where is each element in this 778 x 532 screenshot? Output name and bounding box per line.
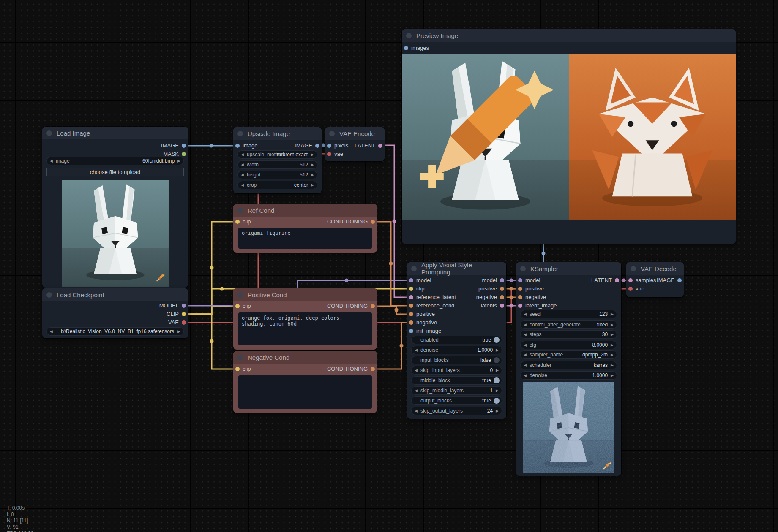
output-slot-latent[interactable] — [378, 144, 382, 148]
node-vae-encode[interactable]: VAE Encode pixels LATENT vae — [325, 127, 385, 161]
node-load-image[interactable]: Load Image IMAGE MASK ◀ image 60fcmddt.b… — [42, 127, 188, 288]
output-slot-image[interactable] — [677, 278, 682, 282]
input-slot-negative[interactable] — [518, 295, 522, 299]
stepper-left-arrow-icon[interactable]: ◀ — [415, 388, 418, 393]
stepper-left-arrow-icon[interactable]: ◀ — [415, 409, 418, 413]
middle-block-toggle-widget[interactable]: middle_block true — [411, 376, 502, 385]
combo-left-arrow-icon[interactable]: ◀ — [50, 329, 53, 334]
node-titlebar[interactable]: VAE Encode — [325, 127, 385, 140]
seed-widget[interactable]: ◀ seed 123 ▶ — [520, 310, 617, 318]
control-after-generate-widget[interactable]: ◀ control_after_generate fixed ▶ — [520, 320, 617, 329]
node-apply-visual-style[interactable]: Apply Visual Style Prompting model model… — [407, 262, 506, 419]
output-slot-image[interactable] — [315, 144, 319, 148]
stepper-right-arrow-icon[interactable]: ▶ — [311, 163, 314, 167]
upscale-method-widget[interactable]: ◀ upscale_method nearest-exact ▶ — [237, 150, 317, 159]
input-slot-reference-latent[interactable] — [409, 295, 413, 299]
node-titlebar[interactable]: VAE Decode — [626, 262, 684, 275]
node-status-dot[interactable] — [520, 266, 526, 271]
image-combo-widget[interactable]: ◀ image 60fcmddt.bmp ▶ — [46, 157, 184, 165]
node-titlebar[interactable]: Apply Visual Style Prompting — [407, 262, 506, 275]
toggle-knob-icon[interactable] — [494, 398, 500, 404]
edit-pencil-icon[interactable] — [402, 54, 563, 214]
stepper-right-arrow-icon[interactable]: ▶ — [496, 388, 499, 393]
width-widget[interactable]: ◀ width 512 ▶ — [237, 160, 317, 169]
input-slot-latent-image[interactable] — [518, 304, 522, 308]
input-slot-vae[interactable] — [628, 287, 633, 291]
choose-file-button[interactable]: choose file to upload — [46, 168, 184, 176]
input-slot-positive[interactable] — [409, 312, 413, 316]
output-slot-negative[interactable] — [500, 295, 504, 299]
input-slot-clip[interactable] — [409, 287, 413, 291]
stepper-left-arrow-icon[interactable]: ◀ — [524, 373, 527, 377]
node-preview-image[interactable]: Preview Image images — [402, 29, 736, 244]
input-slot-clip[interactable] — [235, 220, 240, 224]
skip-output-layers-widget[interactable]: ◀ skip_output_layers 24 ▶ — [411, 407, 502, 415]
stepper-right-arrow-icon[interactable]: ▶ — [611, 373, 614, 377]
input-slot-images[interactable] — [404, 46, 408, 50]
height-widget[interactable]: ◀ height 512 ▶ — [237, 171, 317, 179]
node-status-dot[interactable] — [237, 355, 243, 360]
output-slot-conditioning[interactable] — [371, 367, 375, 371]
stepper-right-arrow-icon[interactable]: ▶ — [496, 409, 499, 413]
stepper-right-arrow-icon[interactable]: ▶ — [311, 173, 314, 177]
skip-middle-layers-widget[interactable]: ◀ skip_middle_layers 1 ▶ — [411, 386, 502, 395]
denoise-widget[interactable]: ◀ denoise 1.0000 ▶ — [411, 346, 502, 354]
edit-pencil-icon[interactable] — [155, 272, 166, 283]
node-titlebar[interactable]: Negative Cond — [233, 351, 377, 364]
steps-widget[interactable]: ◀ steps 30 ▶ — [520, 330, 617, 339]
cfg-widget[interactable]: ◀ cfg 8.0000 ▶ — [520, 341, 617, 349]
node-status-dot[interactable] — [237, 208, 243, 213]
node-status-dot[interactable] — [406, 33, 412, 38]
stepper-left-arrow-icon[interactable]: ◀ — [241, 163, 244, 167]
ckpt-name-combo-widget[interactable]: ◀ ix\Realistic_Vision_V6.0_NV_B1_fp16.sa… — [46, 327, 184, 336]
output-slot-conditioning[interactable] — [371, 304, 375, 308]
output-blocks-toggle-widget[interactable]: output_blocks true — [411, 396, 502, 405]
toggle-knob-icon[interactable] — [494, 337, 500, 343]
input-slot-reference-cond[interactable] — [409, 304, 413, 308]
node-upscale-image[interactable]: Upscale Image image IMAGE ◀ upscale_meth… — [233, 127, 322, 193]
node-load-checkpoint[interactable]: Load Checkpoint MODEL CLIP VAE ◀ ix\Real… — [42, 288, 188, 338]
enabled-toggle-widget[interactable]: enabled true — [411, 336, 502, 344]
node-status-dot[interactable] — [237, 292, 243, 298]
input-slot-negative[interactable] — [409, 320, 413, 325]
scheduler-widget[interactable]: ◀ scheduler karras ▶ — [520, 361, 617, 369]
crop-widget[interactable]: ◀ crop center ▶ — [237, 181, 317, 189]
input-slot-samples[interactable] — [628, 278, 633, 282]
node-status-dot[interactable] — [411, 266, 417, 271]
output-slot-positive[interactable] — [500, 287, 504, 291]
prompt-textarea[interactable]: orange fox, origami, deep colors, shadin… — [238, 312, 372, 345]
node-status-dot[interactable] — [46, 130, 52, 136]
output-slot-conditioning[interactable] — [371, 220, 375, 224]
stepper-right-arrow-icon[interactable]: ▶ — [496, 368, 499, 372]
input-slot-pixels[interactable] — [327, 144, 331, 148]
skip-input-layers-widget[interactable]: ◀ skip_input_layers 0 ▶ — [411, 366, 502, 375]
stepper-left-arrow-icon[interactable]: ◀ — [241, 173, 244, 177]
stepper-right-arrow-icon[interactable]: ▶ — [611, 312, 614, 316]
node-graph-canvas[interactable]: Preview Image images Load Image IMAGE MA… — [0, 0, 778, 532]
sampler-name-widget[interactable]: ◀ sampler_name dpmpp_2m ▶ — [520, 350, 617, 359]
node-titlebar[interactable]: Load Image — [42, 127, 188, 139]
combo-right-arrow-icon[interactable]: ▶ — [611, 323, 614, 327]
combo-right-arrow-icon[interactable]: ▶ — [311, 183, 314, 187]
node-ref-cond[interactable]: Ref Cond clip CONDITIONING origami figur… — [233, 204, 377, 253]
output-slot-mask[interactable] — [182, 152, 186, 156]
combo-right-arrow-icon[interactable]: ▶ — [611, 353, 614, 357]
node-titlebar[interactable]: Upscale Image — [233, 127, 322, 140]
combo-left-arrow-icon[interactable]: ◀ — [50, 159, 53, 163]
stepper-left-arrow-icon[interactable]: ◀ — [415, 368, 418, 372]
output-slot-model[interactable] — [182, 304, 186, 308]
combo-right-arrow-icon[interactable]: ▶ — [311, 152, 314, 157]
node-titlebar[interactable]: Ref Cond — [233, 204, 377, 217]
stepper-left-arrow-icon[interactable]: ◀ — [524, 343, 527, 347]
toggle-knob-icon[interactable] — [494, 357, 500, 363]
node-titlebar[interactable]: Positive Cond — [233, 288, 377, 301]
stepper-left-arrow-icon[interactable]: ◀ — [524, 312, 527, 316]
input-slot-vae[interactable] — [327, 152, 331, 156]
output-slot-model[interactable] — [500, 278, 504, 282]
node-status-dot[interactable] — [329, 131, 335, 136]
output-slot-latents[interactable] — [500, 304, 504, 308]
input-slot-model[interactable] — [409, 278, 413, 282]
output-slot-clip[interactable] — [182, 312, 186, 316]
combo-left-arrow-icon[interactable]: ◀ — [524, 353, 527, 357]
node-vae-decode[interactable]: VAE Decode samples IMAGE vae — [626, 262, 684, 297]
